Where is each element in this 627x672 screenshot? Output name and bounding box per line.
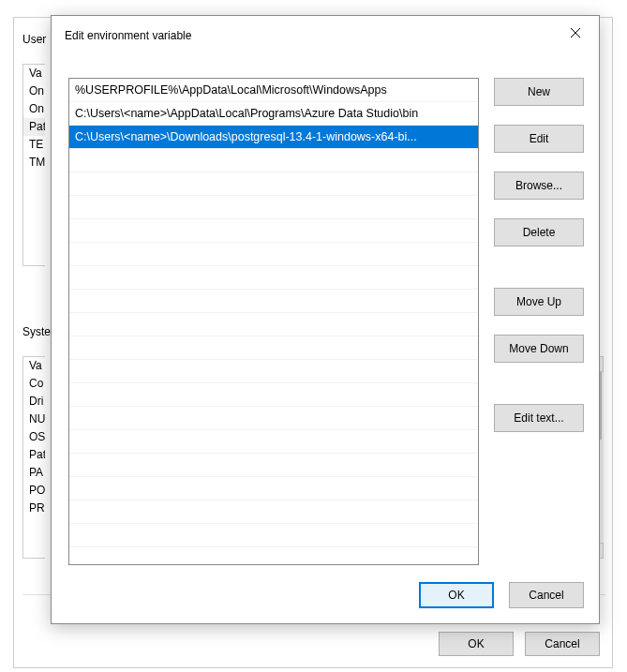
- path-entry-empty[interactable]: [69, 290, 478, 313]
- list-item: TE: [23, 136, 45, 154]
- path-entry-empty[interactable]: [69, 313, 478, 336]
- list-item: Dri: [23, 393, 45, 411]
- path-entry-empty[interactable]: [69, 149, 478, 172]
- path-entry[interactable]: C:\Users\<name>\Downloads\postgresql-13.…: [69, 126, 478, 149]
- close-icon: [570, 27, 581, 38]
- path-entry-empty[interactable]: [69, 219, 478, 243]
- close-button[interactable]: [561, 23, 590, 44]
- path-entry[interactable]: C:\Users\<name>\AppData\Local\Programs\A…: [69, 102, 478, 126]
- edit-text-button[interactable]: Edit text...: [494, 404, 584, 432]
- delete-button[interactable]: Delete: [494, 218, 584, 246]
- new-button[interactable]: New: [494, 78, 584, 106]
- path-entry-empty[interactable]: [69, 360, 478, 383]
- path-entry[interactable]: %USERPROFILE%\AppData\Local\Microsoft\Wi…: [69, 79, 478, 102]
- dialog-title: Edit environment variable: [65, 29, 191, 42]
- list-item: Pat: [23, 446, 45, 464]
- path-entry-empty[interactable]: [69, 383, 478, 407]
- cancel-button[interactable]: Cancel: [509, 582, 584, 608]
- path-list[interactable]: %USERPROFILE%\AppData\Local\Microsoft\Wi…: [68, 78, 479, 565]
- list-item: PA: [23, 464, 45, 482]
- list-item: Co: [23, 375, 45, 393]
- list-item: NU: [23, 411, 45, 428]
- path-entry-empty[interactable]: [69, 172, 478, 196]
- ok-button[interactable]: OK: [439, 632, 514, 656]
- move-down-button[interactable]: Move Down: [494, 335, 584, 363]
- list-item: On: [23, 82, 45, 100]
- path-entry-empty[interactable]: [69, 407, 478, 430]
- path-entry-empty[interactable]: [69, 336, 478, 360]
- user-variables-list[interactable]: Va On On Pat TE TM: [22, 64, 45, 266]
- path-entry-empty[interactable]: [69, 266, 478, 290]
- path-entry-empty[interactable]: [69, 430, 478, 454]
- path-entry-empty[interactable]: [69, 454, 478, 477]
- list-item: TM: [23, 154, 45, 172]
- user-variables-label: User: [22, 33, 46, 46]
- list-item: OS: [23, 428, 45, 446]
- list-item: Va: [23, 357, 45, 375]
- path-entry-empty[interactable]: [69, 500, 478, 524]
- browse-button[interactable]: Browse...: [494, 172, 584, 200]
- list-item: On: [23, 100, 45, 118]
- system-variables-list[interactable]: Va Co Dri NU OS Pat PA PO PR: [22, 356, 45, 559]
- path-entry-empty[interactable]: [69, 524, 478, 547]
- edit-button[interactable]: Edit: [494, 125, 584, 153]
- list-item: PR: [23, 500, 45, 517]
- ok-button[interactable]: OK: [419, 582, 494, 608]
- edit-environment-variable-dialog: Edit environment variable %USERPROFILE%\…: [51, 15, 600, 624]
- list-item: PO: [23, 482, 45, 500]
- path-entry-empty[interactable]: [69, 196, 478, 219]
- cancel-button[interactable]: Cancel: [525, 632, 600, 656]
- path-entry-empty[interactable]: [69, 243, 478, 266]
- list-item: Va: [23, 65, 45, 82]
- list-item: Pat: [23, 118, 45, 136]
- system-variables-label: Syste: [22, 325, 51, 338]
- path-entry-empty[interactable]: [69, 477, 478, 500]
- move-up-button[interactable]: Move Up: [494, 288, 584, 316]
